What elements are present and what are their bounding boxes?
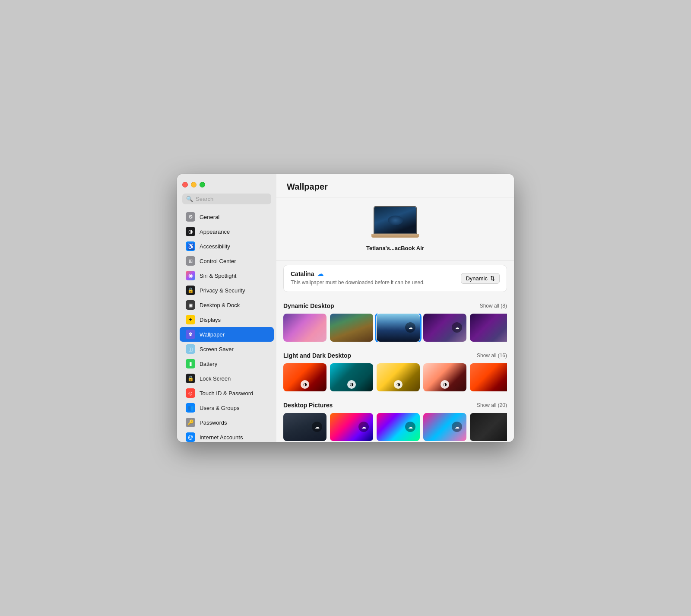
sidebar-item-lockscreen[interactable]: 🔒Lock Screen — [180, 371, 274, 386]
appearance-icon: ◑ — [186, 227, 195, 236]
desktop-picture-3[interactable]: ☁ — [377, 413, 420, 441]
chevron-updown-icon: ⇅ — [490, 275, 495, 282]
desktop-icon: ▣ — [186, 300, 195, 310]
maximize-button[interactable] — [200, 182, 205, 187]
sidebar-item-label-touchid: Touch ID & Password — [200, 390, 253, 397]
desktop-picture-5[interactable] — [470, 413, 507, 441]
dynamic-wallpaper-3[interactable]: ☁ — [377, 314, 420, 342]
main-content: Wallpaper Tetiana's...acBook Air Catalin… — [276, 174, 514, 442]
page-title: Wallpaper — [287, 182, 504, 192]
sidebar-item-label-displays: Displays — [200, 317, 221, 323]
touchid-icon: ◎ — [186, 388, 195, 398]
passwords-icon: 🔑 — [186, 418, 195, 427]
sidebar-item-general[interactable]: ⚙General — [180, 210, 274, 224]
section-desktop-pictures: Desktop Pictures Show all (20) ☁ ☁ ☁ ☁ — [276, 396, 514, 442]
download-badge: ☁ — [405, 322, 415, 333]
accessibility-icon: ♿ — [186, 241, 195, 251]
control-center-icon: ⊞ — [186, 256, 195, 266]
lightdark-wallpaper-2[interactable]: ◑ — [330, 363, 373, 391]
sidebar-item-label-users: Users & Groups — [200, 405, 239, 411]
sidebar-item-label-screensaver: Screen Saver — [200, 346, 234, 352]
lightdark-wallpaper-3[interactable]: ◑ — [377, 363, 420, 391]
battery-icon: ▮ — [186, 359, 195, 368]
lightdark-badge: ◑ — [441, 380, 449, 389]
sidebar-item-label-accessibility: Accessibility — [200, 243, 230, 250]
search-box[interactable]: 🔍 — [182, 194, 271, 204]
sidebar-item-internet[interactable]: @Internet Accounts — [180, 430, 274, 442]
sidebar-scroll: ⚙General◑Appearance♿Accessibility⊞Contro… — [177, 208, 276, 442]
download-badge: ☁ — [452, 422, 462, 432]
section-header-dynamic: Dynamic Desktop Show all (8) — [283, 302, 507, 309]
minimize-button[interactable] — [191, 182, 197, 187]
dynamic-wallpaper-4[interactable]: ☁ — [423, 314, 466, 342]
sidebar-item-label-desktop: Desktop & Dock — [200, 302, 240, 308]
sidebar-item-appearance[interactable]: ◑Appearance — [180, 224, 274, 239]
lockscreen-icon: 🔒 — [186, 374, 195, 383]
sidebar-item-label-appearance: Appearance — [200, 229, 230, 235]
wallpaper-name-row: Catalina ☁ This wallpaper must be downlo… — [291, 270, 425, 286]
device-preview: Tetiana's...acBook Air — [276, 197, 514, 260]
download-badge: ☁ — [452, 322, 462, 333]
dynamic-desktop-grid: ☁ ☁ — [283, 314, 507, 342]
screensaver-icon: ◫ — [186, 344, 195, 354]
wallpaper-icon: ✾ — [186, 330, 195, 339]
close-button[interactable] — [182, 182, 188, 187]
cloud-download-icon[interactable]: ☁ — [317, 270, 323, 277]
download-badge: ☁ — [312, 422, 322, 432]
internet-icon: @ — [186, 432, 195, 442]
sidebar-item-wallpaper[interactable]: ✾Wallpaper — [180, 327, 274, 342]
general-icon: ⚙ — [186, 212, 195, 222]
sidebar-item-displays[interactable]: ✦Displays — [180, 312, 274, 327]
device-name: Tetiana's...acBook Air — [366, 245, 424, 251]
sidebar-item-label-general: General — [200, 214, 219, 220]
privacy-icon: 🔒 — [186, 286, 195, 295]
sidebar-item-label-wallpaper: Wallpaper — [200, 331, 225, 338]
sidebar-item-battery[interactable]: ▮Battery — [180, 356, 274, 371]
sidebar-item-passwords[interactable]: 🔑Passwords — [180, 415, 274, 430]
main-window: 🔍 ⚙General◑Appearance♿Accessibility⊞Cont… — [177, 174, 514, 442]
lightdark-wallpaper-5[interactable] — [470, 363, 507, 391]
desktop-pictures-grid: ☁ ☁ ☁ ☁ — [283, 413, 507, 441]
dynamic-selector[interactable]: Dynamic ⇅ — [461, 273, 500, 284]
sidebar-item-control-center[interactable]: ⊞Control Center — [180, 254, 274, 268]
sidebar-item-label-lockscreen: Lock Screen — [200, 375, 231, 382]
sidebar-item-label-battery: Battery — [200, 361, 217, 367]
desktop-picture-1[interactable]: ☁ — [283, 413, 326, 441]
show-all-desktop-pictures[interactable]: Show all (20) — [477, 402, 507, 408]
section-header-lightdark: Light and Dark Desktop Show all (16) — [283, 352, 507, 359]
section-header-desktop-pictures: Desktop Pictures Show all (20) — [283, 402, 507, 409]
download-badge: ☁ — [358, 422, 369, 432]
dynamic-wallpaper-1[interactable] — [283, 314, 326, 342]
show-all-dynamic[interactable]: Show all (8) — [480, 303, 507, 309]
sidebar-item-siri[interactable]: ◉Siri & Spotlight — [180, 268, 274, 283]
sidebar-item-label-privacy: Privacy & Security — [200, 287, 245, 294]
lightdark-wallpaper-4[interactable]: ◑ — [423, 363, 466, 391]
sidebar-item-privacy[interactable]: 🔒Privacy & Security — [180, 283, 274, 298]
laptop-screen — [374, 206, 417, 234]
laptop-screen-content — [374, 207, 416, 233]
desktop-picture-2[interactable]: ☁ — [330, 413, 373, 441]
laptop-icon — [369, 206, 421, 241]
sidebar-item-accessibility[interactable]: ♿Accessibility — [180, 239, 274, 254]
search-input[interactable] — [196, 196, 267, 202]
siri-icon: ◉ — [186, 271, 195, 280]
lightdark-wallpaper-1[interactable]: ◑ — [283, 363, 326, 391]
wallpaper-info-bar: Catalina ☁ This wallpaper must be downlo… — [283, 265, 507, 292]
section-title-lightdark: Light and Dark Desktop — [283, 352, 351, 359]
sidebar-item-touchid[interactable]: ◎Touch ID & Password — [180, 386, 274, 400]
sidebar-item-screensaver[interactable]: ◫Screen Saver — [180, 342, 274, 356]
wallpaper-description: This wallpaper must be downloaded before… — [291, 279, 425, 286]
laptop-base — [371, 234, 419, 238]
desktop-picture-4[interactable]: ☁ — [423, 413, 466, 441]
sidebar-item-users[interactable]: 👥Users & Groups — [180, 400, 274, 415]
show-all-lightdark[interactable]: Show all (16) — [477, 352, 507, 359]
sidebar-header: 🔍 — [177, 174, 276, 208]
displays-icon: ✦ — [186, 315, 195, 324]
search-icon: 🔍 — [186, 196, 193, 202]
sidebar-item-desktop[interactable]: ▣Desktop & Dock — [180, 298, 274, 312]
section-title-dynamic: Dynamic Desktop — [283, 302, 334, 309]
sidebar-item-label-passwords: Passwords — [200, 419, 227, 426]
dynamic-wallpaper-5[interactable] — [470, 314, 507, 342]
dynamic-wallpaper-2[interactable] — [330, 314, 373, 342]
users-icon: 👥 — [186, 403, 195, 413]
